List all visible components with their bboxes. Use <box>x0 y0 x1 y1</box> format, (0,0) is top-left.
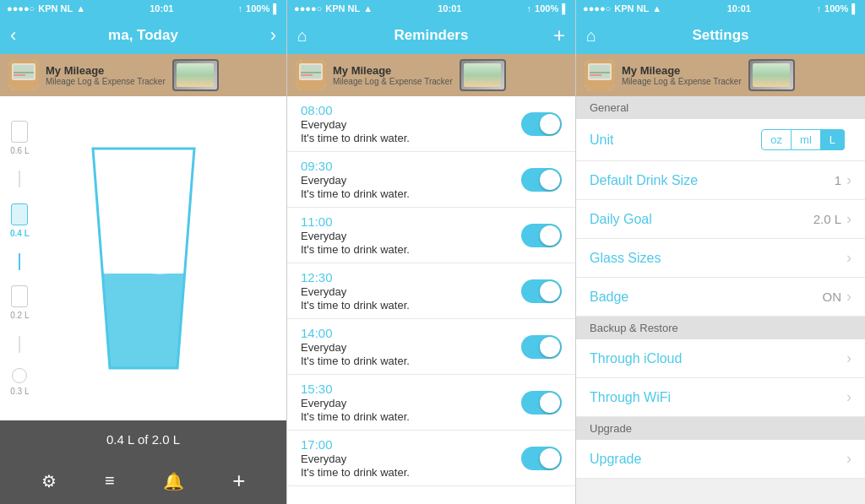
ad-image-left <box>172 59 219 91</box>
chevron-icon-icloud: › <box>846 350 851 367</box>
general-section-header: General <box>576 96 865 119</box>
reminder-item-0930[interactable]: 09:30 Everyday It's time to drink water. <box>287 152 575 208</box>
settings-icon[interactable]: ⚙ <box>41 471 57 491</box>
status-bar-left: ●●●●○ KPN NL ▲ 10:01 ↑ 100% ▌ <box>0 0 286 17</box>
ad-banner-right[interactable]: My Mileage Mileage Log & Expense Tracker <box>576 54 865 96</box>
reminder-toggle-1700[interactable] <box>521 447 562 470</box>
wifi-icon-middle: ▲ <box>363 3 373 14</box>
battery-middle: 100% <box>535 3 558 14</box>
signal-right: ●●●●○ <box>583 3 611 14</box>
chevron-icon-badge: › <box>846 288 851 306</box>
chevron-icon-glass-sizes: › <box>846 249 851 267</box>
time-left: 10:01 <box>150 3 173 14</box>
header-right: ⌂ Settings <box>576 17 865 54</box>
bottom-toolbar-left: ⚙ ≡ 🔔 + <box>0 458 286 504</box>
location-icon-middle: ↑ <box>527 3 532 14</box>
settings-row-daily-goal[interactable]: Daily Goal 2.0 L › <box>576 200 865 239</box>
home-button-middle[interactable]: ⌂ <box>287 26 318 46</box>
settings-content: General Unit oz ml L Default Drink Size … <box>576 96 865 504</box>
svg-rect-3 <box>14 72 34 73</box>
settings-row-unit[interactable]: Unit oz ml L <box>576 119 865 161</box>
home-button-right[interactable]: ⌂ <box>576 26 607 46</box>
svg-rect-9 <box>301 72 321 73</box>
status-bar-right: ●●●●○ KPN NL ▲ 10:01 ↑ 100% ▌ <box>576 0 865 17</box>
reminder-toggle-1230[interactable] <box>521 279 562 303</box>
reminder-toggle-1400[interactable] <box>521 335 562 359</box>
reminder-toggle-0930[interactable] <box>521 168 562 192</box>
signal-middle: ●●●●○ <box>294 3 322 14</box>
prev-day-button[interactable]: ‹ <box>0 24 26 46</box>
chevron-icon-upgrade: › <box>846 450 851 468</box>
notification-icon[interactable]: 🔔 <box>163 471 184 491</box>
reminders-title: Reminders <box>394 27 469 44</box>
chevron-icon-wifi: › <box>846 388 851 406</box>
svg-rect-10 <box>301 74 313 76</box>
reminder-item-1700[interactable]: 17:00 Everyday It's time to drink water. <box>287 431 575 486</box>
water-glass <box>68 132 220 385</box>
battery-icon-left: ▌ <box>273 3 280 14</box>
middle-panel: ●●●●○ KPN NL ▲ 10:01 ↑ 100% ▌ ⌂ Reminder… <box>287 0 576 504</box>
svg-rect-14 <box>590 72 610 73</box>
ad-banner-left[interactable]: My Mileage Mileage Log & Expense Tracker <box>0 54 286 96</box>
header-middle: ⌂ Reminders + <box>287 17 575 54</box>
svg-rect-5 <box>68 274 220 383</box>
battery-icon-middle: ▌ <box>562 3 569 14</box>
battery-icon-right: ▌ <box>851 3 858 14</box>
settings-row-badge[interactable]: Badge ON › <box>576 278 865 317</box>
reminder-toggle-1530[interactable] <box>521 391 562 415</box>
time-right: 10:01 <box>727 3 751 14</box>
reminders-list: 08:00 Everyday It's time to drink water.… <box>287 96 575 504</box>
scale-item-0.6[interactable]: 0.6 L <box>10 121 29 155</box>
reminder-item-1530[interactable]: 15:30 Everyday It's time to drink water. <box>287 375 575 431</box>
water-tracker: 0.6 L 0.4 L 0.2 L 0.3 L <box>0 96 286 420</box>
signal-left: ●●●●○ <box>7 3 35 14</box>
unit-selector: oz ml L <box>761 129 845 150</box>
ad-text-middle: My Mileage Mileage Log & Expense Tracker <box>333 64 453 86</box>
ad-icon-right <box>585 60 615 90</box>
add-reminder-button[interactable]: + <box>543 24 575 47</box>
battery-right: 100% <box>824 3 848 14</box>
scale-item-0.2[interactable]: 0.2 L <box>10 285 29 320</box>
status-bar-middle: ●●●●○ KPN NL ▲ 10:01 ↑ 100% ▌ <box>287 0 575 17</box>
unit-ml-button[interactable]: ml <box>792 129 821 150</box>
settings-title: Settings <box>692 27 748 44</box>
settings-row-icloud[interactable]: Through iCloud › <box>576 339 865 378</box>
svg-rect-15 <box>590 74 601 76</box>
carrier-middle: KPN NL <box>325 3 360 14</box>
settings-row-glass-sizes[interactable]: Glass Sizes › <box>576 239 865 278</box>
time-middle: 10:01 <box>438 3 461 14</box>
water-progress-label: 0.4 L of 2.0 L <box>106 432 180 447</box>
ad-banner-middle[interactable]: My Mileage Mileage Log & Expense Tracker <box>287 54 575 96</box>
settings-row-default-drink[interactable]: Default Drink Size 1 › <box>576 161 865 200</box>
backup-section-header: Backup & Restore <box>576 317 865 339</box>
ad-image-right <box>748 59 795 91</box>
list-icon[interactable]: ≡ <box>105 471 115 490</box>
reminder-toggle-0800[interactable] <box>521 112 562 136</box>
header-left: ‹ ma, Today › <box>0 17 286 54</box>
next-day-button[interactable]: › <box>260 24 286 46</box>
settings-row-wifi[interactable]: Through WiFi › <box>576 378 865 417</box>
location-icon-right: ↑ <box>817 3 822 14</box>
scale-item-0.4[interactable]: 0.4 L <box>10 203 30 238</box>
ad-text-right: My Mileage Mileage Log & Expense Tracker <box>622 64 742 86</box>
ad-text-left: My Mileage Mileage Log & Expense Tracker <box>46 64 166 86</box>
wifi-icon-right: ▲ <box>652 3 661 14</box>
progress-bar-area: 0.4 L of 2.0 L <box>0 420 286 458</box>
reminder-item-1230[interactable]: 12:30 Everyday It's time to drink water. <box>287 263 575 319</box>
ad-icon-middle <box>296 60 326 90</box>
chevron-icon-daily-goal: › <box>846 210 851 228</box>
add-icon[interactable]: + <box>232 468 245 494</box>
wifi-icon-left: ▲ <box>76 3 85 14</box>
location-icon-left: ↑ <box>238 3 243 14</box>
upgrade-section-header: Upgrade <box>576 417 865 440</box>
scale-item-0.3[interactable]: 0.3 L <box>10 368 29 396</box>
unit-oz-button[interactable]: oz <box>761 129 792 150</box>
carrier-left: KPN NL <box>38 3 73 14</box>
date-title: ma, Today <box>108 27 178 44</box>
reminder-toggle-1100[interactable] <box>521 224 562 247</box>
reminder-item-0800[interactable]: 08:00 Everyday It's time to drink water. <box>287 96 575 152</box>
unit-l-button[interactable]: L <box>821 129 845 150</box>
settings-row-upgrade[interactable]: Upgrade › <box>576 440 865 479</box>
reminder-item-1400[interactable]: 14:00 Everyday It's time to drink water. <box>287 319 575 375</box>
reminder-item-1100[interactable]: 11:00 Everyday It's time to drink water. <box>287 208 575 263</box>
